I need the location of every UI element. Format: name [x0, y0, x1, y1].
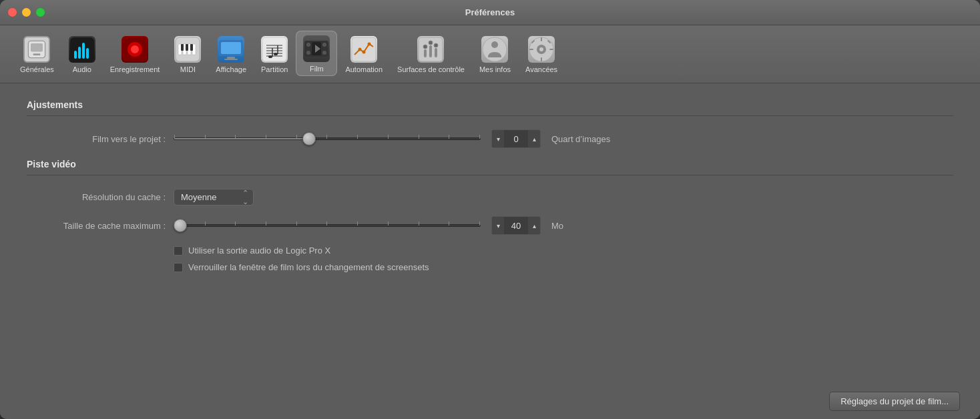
- film-icon: [303, 35, 330, 62]
- piste-video-title: Piste vidéo: [27, 159, 953, 169]
- audio-icon: [69, 36, 95, 63]
- film-vers-projet-label: Film vers le projet :: [40, 134, 174, 144]
- midi-icon: [174, 36, 201, 63]
- footer: Réglages du projet de film...: [0, 384, 980, 419]
- reglages-projet-button[interactable]: Réglages du projet de film...: [829, 392, 960, 411]
- svg-point-35: [306, 51, 310, 55]
- ajustements-title: Ajustements: [27, 99, 953, 110]
- svg-point-41: [358, 48, 362, 51]
- checkbox-verrouiller[interactable]: [174, 263, 183, 272]
- tab-enregistrement[interactable]: Enregistrement: [103, 32, 167, 76]
- tab-affichage[interactable]: Affichage: [209, 32, 253, 76]
- close-button[interactable]: [8, 8, 17, 17]
- svg-rect-22: [224, 59, 238, 60]
- svg-point-37: [322, 51, 326, 55]
- svg-point-29: [268, 55, 272, 58]
- tab-automation[interactable]: Automation: [338, 32, 389, 76]
- tab-partition[interactable]: Partition: [254, 32, 294, 76]
- tab-surfaces[interactable]: Surfaces de contrôle: [391, 32, 471, 76]
- svg-rect-23: [262, 37, 286, 61]
- svg-point-43: [368, 43, 371, 46]
- tab-avancees[interactable]: Avancées: [519, 32, 564, 76]
- svg-point-52: [491, 41, 498, 48]
- surfaces-icon: [417, 36, 444, 63]
- svg-point-51: [483, 37, 507, 61]
- svg-rect-16: [181, 44, 184, 51]
- film-stepper-down[interactable]: ▾: [492, 130, 504, 147]
- taille-unit: Mo: [551, 221, 563, 231]
- svg-point-31: [274, 53, 278, 55]
- checkbox-verrouiller-label: Verrouiller la fenêtre de film lors du c…: [188, 262, 429, 272]
- svg-rect-7: [86, 48, 89, 59]
- film-slider-thumb[interactable]: [302, 132, 316, 145]
- checkbox-audio-sortie[interactable]: [174, 246, 183, 256]
- resolution-dropdown-wrapper: Basse Moyenne Haute ⌃⌄: [174, 189, 254, 205]
- checkbox1-row: Utiliser la sortie audio de Logic Pro X: [27, 246, 953, 256]
- svg-rect-57: [541, 57, 542, 61]
- svg-rect-6: [82, 43, 85, 59]
- film-label: Film: [310, 65, 324, 73]
- svg-rect-47: [435, 48, 437, 57]
- midi-label: MIDI: [180, 65, 196, 73]
- svg-point-49: [429, 41, 433, 45]
- svg-point-50: [434, 43, 438, 47]
- section-piste-video: Piste vidéo Résolution du cache : Basse …: [27, 159, 953, 272]
- audio-label: Audio: [73, 65, 91, 73]
- divider2: [27, 175, 953, 175]
- tab-generales[interactable]: Générales: [13, 32, 61, 76]
- tab-film[interactable]: Film: [296, 31, 337, 76]
- taille-stepper: ▾ ▴: [491, 216, 541, 235]
- mesinfos-label: Mes infos: [479, 65, 511, 73]
- resolution-cache-row: Résolution du cache : Basse Moyenne Haut…: [27, 189, 953, 205]
- avancees-label: Avancées: [525, 65, 557, 73]
- maximize-button[interactable]: [36, 8, 45, 17]
- toolbar: Générales Audio: [0, 25, 980, 83]
- svg-rect-56: [541, 37, 542, 41]
- svg-rect-58: [529, 49, 533, 50]
- film-slider-track: [174, 137, 481, 140]
- automation-label: Automation: [345, 65, 383, 73]
- taille-stepper-down[interactable]: ▾: [492, 217, 504, 234]
- minimize-button[interactable]: [22, 8, 31, 17]
- taille-stepper-up[interactable]: ▴: [528, 217, 540, 234]
- mesinfos-icon: [481, 36, 508, 63]
- svg-point-42: [362, 51, 366, 54]
- enregistrement-label: Enregistrement: [110, 65, 160, 73]
- svg-rect-45: [424, 49, 427, 57]
- resolution-dropdown[interactable]: Basse Moyenne Haute: [174, 189, 254, 205]
- svg-rect-59: [549, 49, 553, 50]
- resolution-cache-label: Résolution du cache :: [40, 192, 174, 202]
- svg-point-10: [131, 45, 139, 53]
- film-slider-container: ▾ ▴ Quart d’images: [174, 129, 610, 148]
- content-area: Ajustements Film vers le projet :: [0, 83, 980, 384]
- svg-rect-46: [429, 45, 432, 57]
- affichage-icon: [218, 36, 244, 63]
- taille-stepper-value[interactable]: [504, 221, 528, 231]
- generales-label: Générales: [20, 65, 54, 73]
- svg-rect-20: [221, 42, 241, 54]
- taille-cache-label: Taille de cache maximum :: [40, 221, 174, 231]
- taille-slider-thumb[interactable]: [174, 219, 187, 232]
- svg-rect-4: [74, 51, 77, 59]
- avancees-icon: [528, 36, 555, 63]
- preferences-window: Préférences Générales: [0, 0, 980, 419]
- svg-rect-17: [186, 44, 188, 51]
- enregistrement-icon: [121, 36, 148, 63]
- film-stepper-value[interactable]: [504, 134, 528, 144]
- svg-rect-1: [31, 43, 43, 52]
- tab-mesinfos[interactable]: Mes infos: [473, 32, 517, 76]
- svg-rect-5: [78, 47, 81, 59]
- taille-slider-track: [174, 224, 481, 227]
- svg-rect-2: [33, 53, 41, 55]
- film-stepper-up[interactable]: ▴: [528, 130, 540, 147]
- svg-rect-21: [227, 57, 235, 59]
- checkbox-audio-sortie-label: Utiliser la sortie audio de Logic Pro X: [188, 246, 330, 256]
- film-vers-projet-row: Film vers le projet :: [27, 129, 953, 148]
- divider1: [27, 115, 953, 116]
- tab-audio[interactable]: Audio: [62, 32, 102, 76]
- svg-rect-18: [190, 44, 193, 51]
- svg-point-36: [322, 43, 326, 47]
- svg-point-48: [423, 45, 427, 49]
- tab-midi[interactable]: MIDI: [168, 32, 208, 76]
- surfaces-label: Surfaces de contrôle: [397, 65, 465, 73]
